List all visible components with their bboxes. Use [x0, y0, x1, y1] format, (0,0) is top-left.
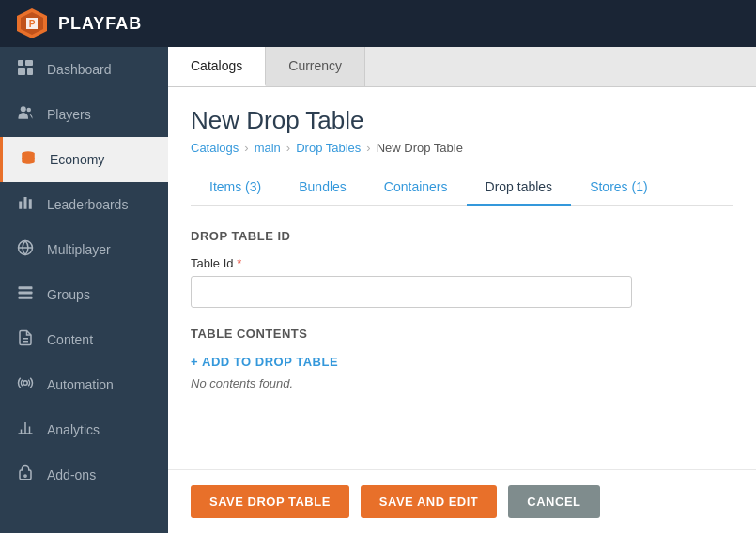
sub-tab-stores[interactable]: Stores (1): [571, 170, 666, 206]
svg-point-21: [23, 381, 28, 386]
save-and-edit-button[interactable]: SAVE AND EDIT: [361, 485, 497, 518]
sidebar-label-players: Players: [47, 107, 91, 122]
groups-icon: [15, 284, 36, 305]
table-id-field-label: Table Id *: [191, 256, 733, 270]
footer-buttons: SAVE DROP TABLE SAVE AND EDIT CANCEL: [168, 469, 756, 533]
svg-point-8: [21, 106, 26, 112]
app-name: PLAYFAB: [58, 14, 142, 34]
sub-tab-items[interactable]: Items (3): [191, 170, 280, 206]
page-title: New Drop Table: [191, 106, 733, 135]
svg-rect-5: [25, 60, 33, 66]
sub-tab-drop-tables[interactable]: Drop tables: [467, 170, 572, 206]
breadcrumb-sep-2: ›: [286, 141, 290, 155]
table-contents-section: TABLE CONTENTS + ADD TO DROP TABLE No co…: [191, 327, 733, 390]
svg-point-9: [27, 108, 32, 113]
breadcrumb-main[interactable]: main: [255, 141, 281, 155]
no-contents-text: No contents found.: [191, 376, 733, 390]
breadcrumb-drop-tables[interactable]: Drop Tables: [296, 141, 361, 155]
svg-rect-6: [18, 68, 25, 75]
sidebar-label-content: Content: [47, 332, 93, 347]
sidebar-item-automation[interactable]: Automation: [0, 362, 168, 407]
tab-catalogs[interactable]: Catalogs: [168, 47, 266, 86]
sidebar-label-dashboard: Dashboard: [47, 62, 112, 77]
svg-rect-17: [19, 292, 33, 295]
table-contents-label: TABLE CONTENTS: [191, 327, 733, 341]
sidebar-item-economy[interactable]: Economy: [0, 137, 168, 182]
sidebar-item-leaderboards[interactable]: Leaderboards: [0, 182, 168, 227]
sidebar-label-leaderboards: Leaderboards: [47, 197, 128, 212]
svg-rect-13: [29, 199, 32, 209]
top-nav: P PLAYFAB: [0, 0, 756, 47]
multiplayer-icon: [15, 239, 36, 260]
sidebar-label-analytics: Analytics: [47, 422, 100, 437]
drop-table-id-label: DROP TABLE ID: [191, 229, 733, 243]
sidebar-label-automation: Automation: [47, 377, 114, 392]
svg-text:P: P: [29, 19, 36, 29]
sidebar-label-economy: Economy: [50, 152, 104, 167]
svg-rect-18: [19, 297, 33, 299]
sidebar-item-groups[interactable]: Groups: [0, 272, 168, 317]
sidebar-label-groups: Groups: [47, 287, 90, 302]
main-layout: Dashboard Players Economy Leaderboards M…: [0, 47, 756, 533]
analytics-icon: [15, 419, 36, 440]
players-icon: [15, 104, 36, 125]
sub-tab-bar: Items (3) Bundles Containers Drop tables…: [191, 170, 733, 206]
page-content-area: New Drop Table Catalogs › main › Drop Ta…: [168, 87, 756, 469]
add-to-drop-table-button[interactable]: + ADD TO DROP TABLE: [191, 355, 338, 369]
automation-icon: [15, 374, 36, 395]
svg-rect-16: [19, 286, 33, 289]
svg-point-26: [24, 475, 26, 477]
sub-tab-bundles[interactable]: Bundles: [280, 170, 365, 206]
sidebar-item-analytics[interactable]: Analytics: [0, 407, 168, 452]
playfab-logo-icon: P: [15, 7, 49, 40]
logo-area: P PLAYFAB: [15, 7, 142, 40]
save-drop-table-button[interactable]: SAVE DROP TABLE: [191, 485, 349, 518]
sub-tab-containers[interactable]: Containers: [365, 170, 467, 206]
content-area: Catalogs Currency New Drop Table Catalog…: [168, 47, 756, 533]
tab-currency[interactable]: Currency: [266, 47, 365, 86]
sidebar-item-multiplayer[interactable]: Multiplayer: [0, 227, 168, 272]
sidebar: Dashboard Players Economy Leaderboards M…: [0, 47, 168, 533]
economy-icon: [18, 149, 39, 170]
sidebar-label-multiplayer: Multiplayer: [47, 242, 111, 257]
sidebar-item-players[interactable]: Players: [0, 92, 168, 137]
plus-icon: +: [191, 355, 198, 369]
drop-table-id-section: DROP TABLE ID Table Id *: [191, 229, 733, 308]
addons-icon: [15, 464, 36, 485]
svg-rect-4: [18, 60, 23, 66]
breadcrumb-catalogs[interactable]: Catalogs: [191, 141, 239, 155]
sidebar-item-content[interactable]: Content: [0, 317, 168, 362]
required-indicator: *: [237, 256, 241, 270]
cancel-button[interactable]: CANCEL: [508, 485, 599, 518]
sidebar-item-add-ons[interactable]: Add-ons: [0, 452, 168, 497]
top-tab-bar: Catalogs Currency: [168, 47, 756, 87]
svg-rect-12: [24, 197, 27, 209]
leaderboards-icon: [15, 194, 36, 215]
dashboard-icon: [15, 59, 36, 80]
breadcrumb-sep-1: ›: [244, 141, 248, 155]
sidebar-item-dashboard[interactable]: Dashboard: [0, 47, 168, 92]
svg-rect-7: [27, 68, 33, 75]
breadcrumb-current: New Drop Table: [377, 141, 463, 155]
sidebar-label-addons: Add-ons: [47, 467, 96, 482]
breadcrumb-sep-3: ›: [366, 141, 370, 155]
content-icon: [15, 329, 36, 350]
breadcrumb: Catalogs › main › Drop Tables › New Drop…: [191, 141, 733, 155]
table-id-input[interactable]: [191, 276, 632, 308]
svg-rect-11: [19, 202, 22, 209]
